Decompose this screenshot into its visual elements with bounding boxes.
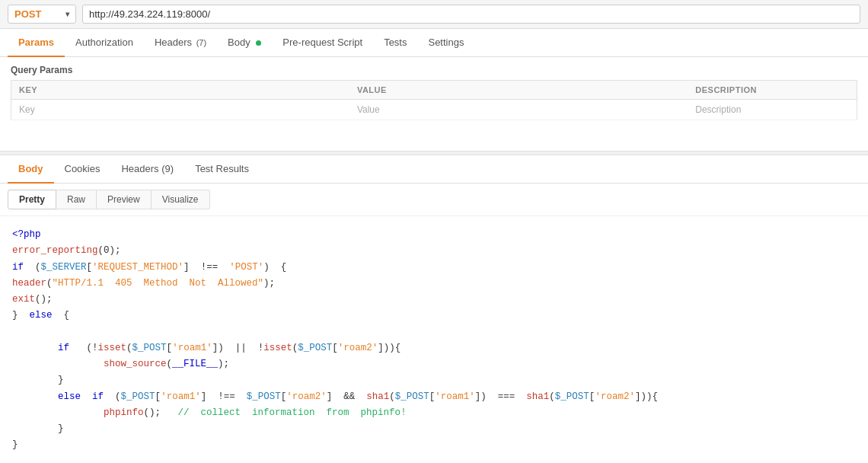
method-label: POST: [14, 8, 41, 20]
code-block: <?php error_reporting(0); if ($_SERVER['…: [0, 216, 868, 463]
tab-tests[interactable]: Tests: [373, 29, 417, 57]
tab-body[interactable]: Body: [217, 29, 272, 57]
view-tab-pretty-label: Pretty: [19, 194, 45, 205]
tab-body-label: Body: [228, 37, 251, 48]
tab-params-label: Params: [18, 37, 54, 48]
params-table: KEY VALUE DESCRIPTION Key Value Descript…: [11, 80, 857, 120]
tab-settings[interactable]: Settings: [417, 29, 474, 57]
url-input[interactable]: [82, 5, 860, 24]
view-tab-pretty[interactable]: Pretty: [8, 190, 56, 209]
res-tab-headers-label: Headers: [121, 163, 158, 174]
res-tab-headers[interactable]: Headers (9): [110, 155, 184, 184]
view-tab-preview[interactable]: Preview: [97, 190, 152, 209]
res-tab-testresults[interactable]: Test Results: [184, 155, 260, 184]
table-row: Key Value Description: [11, 100, 857, 120]
res-tab-body[interactable]: Body: [8, 155, 54, 184]
tab-prerequest[interactable]: Pre-request Script: [272, 29, 373, 57]
desc-cell[interactable]: Description: [688, 100, 857, 120]
tab-headers[interactable]: Headers (7): [144, 29, 217, 57]
view-tab-raw-label: Raw: [67, 194, 85, 205]
request-tabs: Params Authorization Headers (7) Body Pr…: [0, 29, 868, 57]
tab-authorization[interactable]: Authorization: [65, 29, 144, 57]
tab-headers-label: Headers: [155, 37, 192, 48]
res-tab-body-label: Body: [18, 163, 43, 174]
col-key: KEY: [11, 81, 349, 100]
tab-settings-label: Settings: [428, 37, 464, 48]
tab-params[interactable]: Params: [8, 29, 65, 57]
method-select[interactable]: POST ▾: [8, 5, 76, 24]
view-tab-visualize[interactable]: Visualize: [152, 190, 210, 209]
col-value: VALUE: [349, 81, 688, 100]
key-cell[interactable]: Key: [11, 100, 349, 120]
url-bar: POST ▾: [0, 0, 868, 29]
tab-prerequest-label: Pre-request Script: [282, 37, 362, 48]
query-params-section: Query Params KEY VALUE DESCRIPTION Key V…: [0, 57, 868, 120]
tab-tests-label: Tests: [384, 37, 407, 48]
value-cell[interactable]: Value: [349, 100, 688, 120]
chevron-down-icon: ▾: [65, 10, 69, 18]
query-params-title: Query Params: [11, 65, 857, 75]
res-tab-cookies-label: Cookies: [65, 163, 101, 174]
view-tab-raw[interactable]: Raw: [56, 190, 97, 209]
body-dot-icon: [256, 40, 261, 46]
res-headers-badge: (9): [161, 163, 174, 174]
view-tab-visualize-label: Visualize: [162, 194, 199, 205]
tab-authorization-label: Authorization: [75, 37, 133, 48]
headers-badge: (7): [196, 38, 206, 47]
col-description: DESCRIPTION: [688, 81, 857, 100]
res-tab-testresults-label: Test Results: [195, 163, 249, 174]
res-tab-cookies[interactable]: Cookies: [54, 155, 111, 184]
response-tabs: Body Cookies Headers (9) Test Results: [0, 155, 868, 184]
view-tab-preview-label: Preview: [107, 194, 140, 205]
view-tabs: Pretty Raw Preview Visualize: [0, 184, 868, 216]
